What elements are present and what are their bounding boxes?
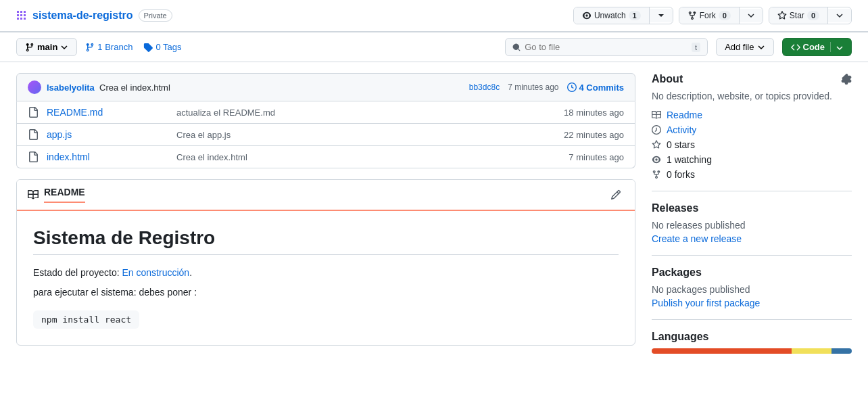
svg-rect-2: [24, 11, 26, 13]
fork-dropdown[interactable]: [740, 9, 763, 22]
file-time-readme: 18 minutes ago: [564, 108, 624, 118]
chevron-down-icon2: [748, 12, 754, 19]
readme-para2: para ejecutar el sistema: debes poner :: [33, 285, 619, 300]
clock-icon: [567, 83, 577, 92]
activity-link[interactable]: Activity: [652, 124, 852, 135]
about-description: No description, website, or topics provi…: [652, 91, 852, 101]
readme-para1: Estado del proyecto: En construcción.: [33, 266, 619, 280]
sidebar: About No description, website, or topics…: [652, 73, 852, 359]
commit-hash[interactable]: bb3dc8c: [469, 83, 500, 92]
file-link-readme[interactable]: README.md: [47, 107, 103, 118]
file-row: README.md actualiza el README.md 18 minu…: [17, 101, 635, 124]
readme-body: Sistema de Registro Estado del proyecto:…: [17, 211, 635, 345]
commits-count: 4 Commits: [579, 83, 624, 93]
fork-group: Fork 0: [679, 7, 763, 24]
fork-icon: [688, 11, 697, 20]
fork-button[interactable]: Fork 0: [679, 7, 740, 24]
file-commit-readme: actualiza el README.md: [176, 108, 556, 118]
search-file-container: t: [505, 38, 708, 56]
readme-header: README: [17, 180, 635, 211]
packages-title: Packages: [652, 266, 852, 279]
readme-heading: Sistema de Registro: [33, 227, 619, 255]
activity-icon: [652, 125, 661, 135]
file-name-indexhtml: index.html: [47, 151, 168, 162]
forks-label: 0 forks: [667, 169, 695, 180]
chevron-down-icon3: [836, 12, 843, 19]
unwatch-group: Unwatch 1: [573, 7, 673, 24]
gear-icon[interactable]: [841, 74, 852, 85]
sub-nav: main 1 Branch 0 Tags t Add file: [0, 32, 868, 62]
readme-label: README: [44, 187, 85, 203]
svg-rect-4: [20, 14, 22, 16]
file-link-indexhtml[interactable]: index.html: [47, 151, 90, 162]
top-bar: sistema-de-registro Private Unwatch 1: [0, 0, 868, 32]
commit-message: Crea el index.html: [99, 83, 170, 93]
svg-rect-1: [20, 11, 22, 13]
branch-select[interactable]: main: [16, 38, 77, 56]
svg-rect-6: [17, 18, 19, 20]
commit-author-name: Isabelyolita Crea el index.html: [47, 83, 170, 93]
visibility-badge: Private: [139, 9, 172, 22]
code-dropdown-arrow[interactable]: [830, 42, 843, 52]
star-label: Star: [790, 11, 804, 20]
tags-count: 0 Tags: [155, 42, 181, 52]
forks-stat: 0 forks: [652, 169, 852, 180]
star-group: Star 0: [769, 7, 852, 24]
add-file-button[interactable]: Add file: [716, 38, 773, 56]
branches-link[interactable]: 1 Branch: [85, 42, 132, 52]
star-count: 0: [807, 11, 819, 20]
search-icon: [512, 43, 521, 52]
html-lang-bar: [652, 348, 792, 354]
create-release-link[interactable]: Create a new release: [652, 233, 742, 244]
star-icon-sm: [652, 140, 661, 149]
about-title: About: [652, 73, 852, 85]
js-lang-bar: [792, 348, 831, 354]
commit-author: Isabelyolita Crea el index.html: [28, 80, 170, 94]
star-button[interactable]: Star 0: [769, 7, 828, 24]
file-name-appjs: app.js: [47, 129, 168, 140]
eye-icon-sm: [652, 155, 661, 164]
repo-name-link[interactable]: sistema-de-registro: [32, 9, 133, 22]
commit-username[interactable]: Isabelyolita: [47, 83, 95, 93]
tags-link[interactable]: 0 Tags: [143, 42, 181, 52]
unwatch-button[interactable]: Unwatch 1: [574, 7, 650, 24]
unwatch-dropdown[interactable]: [650, 9, 673, 22]
file-icon-readme: [28, 107, 39, 118]
tag-icon: [143, 43, 153, 52]
languages-title: Languages: [652, 331, 852, 343]
other-lang-bar: [831, 348, 852, 354]
stars-label: 0 stars: [667, 139, 695, 150]
watching-label: 1 watching: [667, 154, 712, 165]
commit-meta: bb3dc8c 7 minutes ago 4 Commits: [469, 83, 624, 93]
star-icon: [777, 11, 787, 20]
svg-rect-0: [17, 11, 19, 13]
repo-icon: [16, 10, 27, 21]
chevron-down-add: [757, 43, 765, 51]
releases-title: Releases: [652, 202, 852, 214]
search-input[interactable]: [525, 42, 688, 52]
avatar: [28, 80, 41, 94]
readme-link[interactable]: Readme: [652, 110, 852, 120]
star-dropdown[interactable]: [828, 9, 851, 22]
svg-rect-3: [17, 14, 19, 16]
publish-package-link[interactable]: Publish your first package: [652, 298, 760, 308]
file-link-appjs[interactable]: app.js: [47, 129, 72, 140]
edit-readme-button[interactable]: [608, 187, 624, 203]
readme-code: npm install react: [33, 310, 139, 329]
readme-title: README: [28, 187, 85, 203]
fork-label: Fork: [700, 11, 716, 20]
estado-link[interactable]: En construcción: [122, 267, 190, 278]
code-button[interactable]: Code: [782, 38, 852, 56]
about-section: About No description, website, or topics…: [652, 73, 852, 180]
commits-link[interactable]: 4 Commits: [567, 83, 624, 93]
add-file-label: Add file: [725, 42, 754, 52]
pencil-icon: [610, 189, 621, 200]
watching-stat: 1 watching: [652, 154, 852, 165]
branch-icon: [25, 43, 34, 52]
language-bar: [652, 348, 852, 354]
chevron-down-code: [836, 45, 843, 51]
fork-count: 0: [719, 11, 731, 20]
readme-link-label: Readme: [667, 110, 702, 120]
file-icon-indexhtml: [28, 151, 39, 162]
unwatch-label: Unwatch: [594, 11, 626, 20]
